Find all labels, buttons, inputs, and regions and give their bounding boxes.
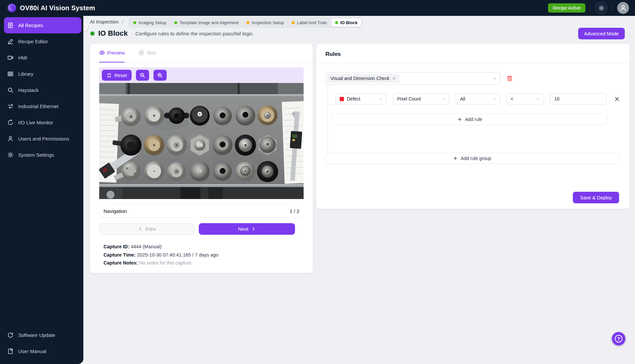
pencil-icon — [7, 38, 14, 45]
person-icon — [7, 136, 14, 142]
add-rule-group-button[interactable]: Add rule group — [325, 153, 619, 164]
rule-group-select[interactable]: Visual and Dimension Check ✕ — [325, 72, 500, 85]
sidebar-item-recipe-editor[interactable]: Recipe Editor — [0, 33, 83, 50]
sidebar-item-label: All Recipes — [18, 22, 43, 28]
sidebar-item-label: Recipe Editor — [18, 39, 48, 44]
capture-time-line: Capture Time: 2025-10-30 07:40:41.165 / … — [104, 251, 304, 259]
trash-icon — [506, 75, 513, 82]
sidebar-item-label: HMI — [18, 55, 27, 61]
reset-view-button[interactable]: Reset — [102, 70, 132, 81]
plus-icon — [453, 156, 458, 161]
sidebar-item-label: I/O Live Monitor — [18, 120, 53, 125]
sidebar-item-system-settings[interactable]: System Settings — [0, 147, 83, 163]
sidebar-item-label: Software Update — [18, 332, 55, 338]
step-label: Inspection Setup — [252, 20, 284, 25]
next-button[interactable]: Next — [199, 223, 295, 235]
step-label: Template Image and Alignment — [180, 20, 239, 25]
rule-operator-select[interactable]: < — [506, 93, 544, 104]
rule-class-select[interactable]: Defect — [335, 93, 387, 104]
capture-id-line: Capture ID: 4444 (Manual) — [104, 243, 304, 251]
top-bar: OV80i AI Vision System Recipe Active — [0, 0, 635, 16]
navigation-row: Navigation 1 / 2 — [99, 204, 304, 218]
rule-tree-line — [327, 104, 335, 104]
recipes-list-icon — [7, 22, 14, 28]
zoom-in-icon — [157, 72, 163, 78]
sidebar-item-library[interactable]: Library — [0, 66, 83, 82]
eye-icon — [99, 50, 105, 56]
tab-test[interactable]: Test — [139, 44, 156, 62]
user-avatar-button[interactable] — [617, 2, 629, 14]
add-rule-label: Add rule — [465, 117, 482, 122]
rules-card: Rules Visual and Dimension Check ✕ Defec… — [316, 44, 630, 209]
rule-value-input[interactable] — [550, 93, 607, 104]
zoom-out-button[interactable] — [136, 70, 149, 81]
sidebar-item-users-permissions[interactable]: Users and Permissions — [0, 131, 83, 147]
save-deploy-button[interactable]: Save & Deploy — [573, 192, 619, 203]
capture-notes-line: Capture Notes: No notes for this capture… — [104, 259, 304, 267]
chevron-left-icon — [138, 227, 143, 231]
step-label: Label And Train — [297, 20, 327, 25]
status-dot-green — [133, 21, 136, 24]
rotate-icon — [7, 119, 14, 126]
prev-button[interactable]: Prev — [99, 223, 194, 235]
chevron-down-icon — [536, 97, 540, 101]
step-inspection-setup[interactable]: Inspection Setup — [243, 19, 287, 27]
sidebar-item-industrial-ethernet[interactable]: Industrial Ethernet — [0, 98, 83, 114]
capture-image[interactable] — [99, 83, 304, 199]
recipe-active-badge: Recipe Active — [548, 3, 585, 13]
sidebar-item-hmi[interactable]: HMI — [0, 50, 83, 66]
sidebar-item-label: User Manual — [18, 348, 46, 354]
user-icon — [619, 4, 627, 12]
app-root: OV80i AI Vision System Recipe Active All… — [0, 0, 635, 364]
sidebar-item-io-live-monitor[interactable]: I/O Live Monitor — [0, 114, 83, 131]
chevron-down-icon — [379, 97, 383, 101]
step-label: IO Block — [340, 20, 358, 25]
sidebar-item-all-recipes[interactable]: All Recipes — [4, 17, 81, 33]
tag-remove-icon[interactable]: ✕ — [392, 76, 396, 81]
play-circle-icon — [139, 50, 144, 56]
breadcrumb-root-label[interactable]: AI Inspection — [90, 19, 119, 24]
remove-rule-button[interactable] — [614, 96, 620, 102]
capture-notes-value: No notes for this capture. — [139, 260, 193, 265]
search-icon — [7, 87, 14, 93]
capture-notes-label: Capture Notes: — [104, 260, 138, 265]
status-dot-orange — [246, 21, 249, 24]
theme-toggle-button[interactable] — [595, 2, 608, 14]
capture-time-label: Capture Time: — [104, 252, 136, 258]
sidebar: All Recipes Recipe Editor HMI Library Ha… — [0, 16, 83, 364]
rule-tree-line — [327, 85, 328, 158]
step-io-block[interactable]: IO Block — [331, 19, 361, 27]
rule-class-value: Defect — [347, 96, 360, 101]
sidebar-item-label: Library — [18, 71, 33, 77]
tab-label: Test — [147, 50, 156, 56]
sidebar-item-user-manual[interactable]: User Manual — [0, 343, 83, 359]
advanced-mode-button[interactable]: Advanced Mode — [578, 28, 625, 39]
rule-scope-select[interactable]: All — [456, 93, 500, 104]
tab-preview[interactable]: Preview — [99, 44, 125, 62]
divider — [316, 63, 630, 63]
step-template-image-alignment[interactable]: Template Image and Alignment — [171, 19, 242, 27]
help-button[interactable]: ? — [612, 332, 625, 345]
rule-group-tag-label: Visual and Dimension Check — [330, 76, 390, 81]
sidebar-collapse-button[interactable]: ‹ — [83, 22, 88, 31]
sidebar-item-software-update[interactable]: Software Update — [0, 327, 83, 343]
refresh-icon — [7, 332, 14, 338]
delete-group-button[interactable] — [506, 75, 513, 82]
step-label-and-train[interactable]: Label And Train — [288, 19, 330, 27]
chevron-down-icon — [492, 97, 496, 101]
page-title: IO Block — [98, 29, 128, 38]
page-counter: 1 / 2 — [290, 208, 299, 214]
sidebar-item-haystack[interactable]: Haystack — [0, 82, 83, 98]
rules-title: Rules — [316, 44, 630, 58]
rule-metric-select[interactable]: Pixel Count — [393, 93, 449, 104]
fit-view-icon — [106, 73, 112, 78]
zoom-in-button[interactable] — [153, 70, 167, 81]
zoom-out-icon — [140, 72, 145, 78]
rule-metric-value: Pixel Count — [397, 96, 421, 101]
add-rule-button[interactable]: Add rule — [332, 114, 608, 125]
rule-operator-value: < — [511, 96, 513, 101]
capture-id-label: Capture ID: — [104, 244, 129, 249]
defect-color-swatch — [340, 97, 344, 101]
step-imaging-setup[interactable]: Imaging Setup — [130, 19, 170, 27]
app-logo-icon — [7, 3, 17, 13]
